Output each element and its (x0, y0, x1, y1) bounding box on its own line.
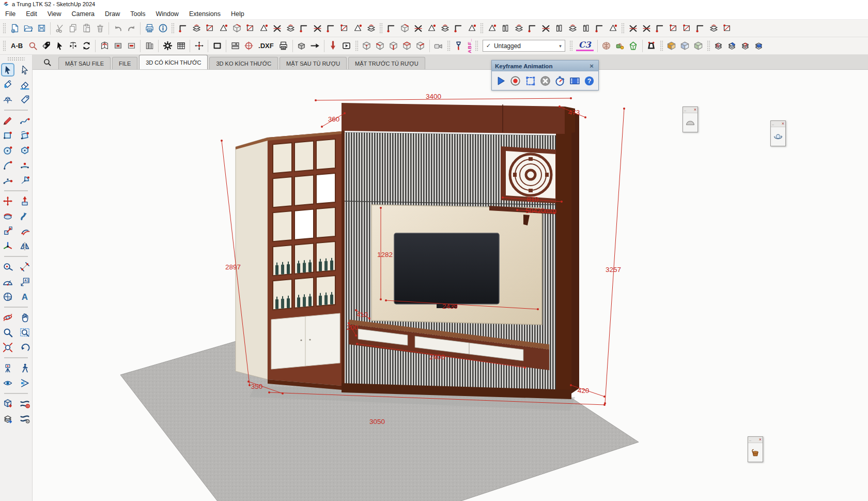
move-points-icon[interactable] (192, 39, 206, 53)
fp-orbit-icon[interactable] (771, 127, 785, 146)
menu-file[interactable]: File (0, 8, 21, 19)
bucket-tool-panel-titlebar[interactable]: ..× (748, 437, 763, 443)
fold-book-icon[interactable] (98, 39, 111, 53)
spiral-blocks-icon[interactable] (525, 22, 539, 35)
arc-plus-icon[interactable] (190, 22, 203, 35)
dimension-label[interactable]: 420 (578, 387, 590, 394)
follow-me-tool-button[interactable] (18, 209, 32, 223)
line-tool-button[interactable] (1, 114, 14, 127)
cube-front-icon[interactable] (387, 39, 400, 53)
dimension-label[interactable]: 50420mm (525, 207, 556, 215)
rotate-tool-tool-button[interactable] (1, 209, 14, 223)
push-pull-tool-button[interactable] (18, 194, 32, 208)
mirror-tool-tool-button[interactable] (18, 239, 32, 253)
circle-tool-tool-button[interactable] (1, 144, 14, 157)
axis-cross-icon[interactable] (257, 22, 270, 35)
keyframe-timer-button[interactable] (553, 74, 566, 87)
position-camera-tool-button[interactable] (1, 361, 14, 375)
curve-band-icon[interactable] (311, 22, 324, 35)
shell-icon[interactable] (600, 39, 613, 53)
dxf-export-button[interactable]: .DXF (255, 42, 277, 50)
model-info-icon[interactable] (156, 22, 169, 35)
orbit-tool-panel-titlebar[interactable]: ..× (771, 121, 785, 127)
scene-tab[interactable]: 3D CÓ KÍCH THƯỚC (139, 55, 208, 69)
color-sheets-icon[interactable] (243, 22, 257, 35)
tape-measure-tool-button[interactable] (1, 260, 14, 274)
protractor-tool-panel[interactable]: ..× (683, 107, 698, 132)
zoom-extents-tool-button[interactable] (1, 341, 14, 354)
dimension-label[interactable]: 360 (328, 115, 340, 123)
fp-bucket-icon[interactable] (748, 443, 763, 462)
section-fill-icon[interactable] (111, 39, 125, 53)
select-tool-button[interactable] (1, 63, 14, 77)
dimension-label[interactable]: 200 (347, 324, 359, 331)
cube-top-icon[interactable] (400, 39, 414, 53)
sheets-blue-icon[interactable] (752, 39, 766, 53)
two-frames-icon[interactable] (228, 39, 242, 53)
toolbar-drag-handle[interactable] (171, 23, 175, 34)
sheets-pen-icon[interactable] (725, 39, 739, 53)
panel-arrow-icon[interactable] (337, 22, 351, 35)
text-3d-tool-button[interactable]: A (18, 290, 32, 303)
scene-tab[interactable]: 3D KO KÍCH THƯỚC (209, 57, 278, 69)
keyframe-close-icon[interactable]: × (588, 63, 595, 70)
components-tool-button[interactable] (1, 93, 14, 107)
menu-help[interactable]: Help (226, 8, 250, 19)
camera-projection-icon[interactable] (432, 39, 445, 53)
rectangle-tool-button[interactable] (1, 129, 14, 142)
shape-arrow-icon[interactable] (284, 22, 297, 35)
scene-tab[interactable]: MẶT SAU TỦ RƯỢU (280, 57, 347, 69)
corner-fillet-icon[interactable] (384, 22, 398, 35)
c3-plugin-button[interactable]: C3 (576, 40, 594, 51)
keyframe-export-video-button[interactable] (568, 74, 581, 87)
field-of-view-tool-button[interactable] (18, 376, 32, 390)
model-scene[interactable]: 34003604732897128281050420mm325724394102… (33, 55, 868, 501)
colonnade-icon[interactable] (512, 22, 525, 35)
columns-panel-icon[interactable] (143, 39, 156, 53)
protractor-tool-button[interactable] (1, 275, 14, 289)
move-tool-button[interactable] (1, 194, 14, 208)
red-frame-icon[interactable] (645, 39, 658, 53)
sheets-s-icon[interactable]: S (712, 39, 725, 53)
weave-gear-tool-button[interactable] (18, 412, 32, 426)
toolbar-drag-handle[interactable] (707, 40, 710, 52)
paint-bucket-tool-button[interactable] (1, 78, 14, 92)
fan-surface-icon[interactable] (216, 22, 230, 35)
toolbar-drag-handle[interactable] (475, 40, 478, 52)
new-document-icon[interactable] (8, 22, 21, 35)
save-model-icon[interactable] (35, 22, 48, 35)
ab-dimensions-button[interactable]: A-B (8, 42, 26, 50)
sail-surface-icon[interactable] (452, 22, 465, 35)
select-cursor-icon[interactable] (53, 39, 66, 53)
menu-extensions[interactable]: Extensions (184, 8, 226, 19)
keyframe-select-keys-button[interactable] (524, 74, 537, 87)
zoom-tool-button[interactable] (1, 326, 14, 339)
toolbar-drag-handle[interactable] (660, 40, 663, 52)
delete-icon[interactable] (93, 22, 106, 35)
axes-tool-tool-button[interactable]: CAB (1, 290, 14, 303)
look-around-tool-button[interactable] (1, 376, 14, 390)
scene-search-icon[interactable] (41, 56, 53, 68)
toolbar-drag-handle[interactable] (480, 23, 484, 34)
box-band-icon[interactable] (438, 22, 452, 35)
open-model-icon[interactable] (21, 22, 35, 35)
clamp-tool-icon[interactable] (667, 22, 680, 35)
window-grid-icon[interactable] (693, 22, 707, 35)
keyframe-panel-titlebar[interactable]: Keyframe Animation × (492, 60, 598, 71)
wave-track-icon[interactable] (640, 22, 653, 35)
menu-draw[interactable]: Draw (100, 8, 125, 19)
three-point-arc-tool-button[interactable] (1, 174, 14, 187)
crystal-icon[interactable] (627, 39, 640, 53)
box-corner-orange-icon[interactable] (665, 39, 678, 53)
toolbar-drag-handle[interactable] (569, 40, 573, 52)
menu-view[interactable]: View (42, 8, 67, 19)
dimension-label[interactable]: 810 (527, 195, 539, 203)
close-icon[interactable]: × (759, 437, 762, 442)
export-layers-tool-button[interactable] (1, 412, 14, 426)
dimension-label[interactable]: 3257 (606, 266, 621, 274)
folded-plane-icon[interactable] (539, 22, 552, 35)
toolbar-drag-handle[interactable] (355, 40, 359, 52)
pipe-elbow-icon[interactable] (297, 22, 311, 35)
play-frame-icon[interactable] (340, 39, 353, 53)
dimension-tool-button[interactable] (18, 260, 32, 274)
